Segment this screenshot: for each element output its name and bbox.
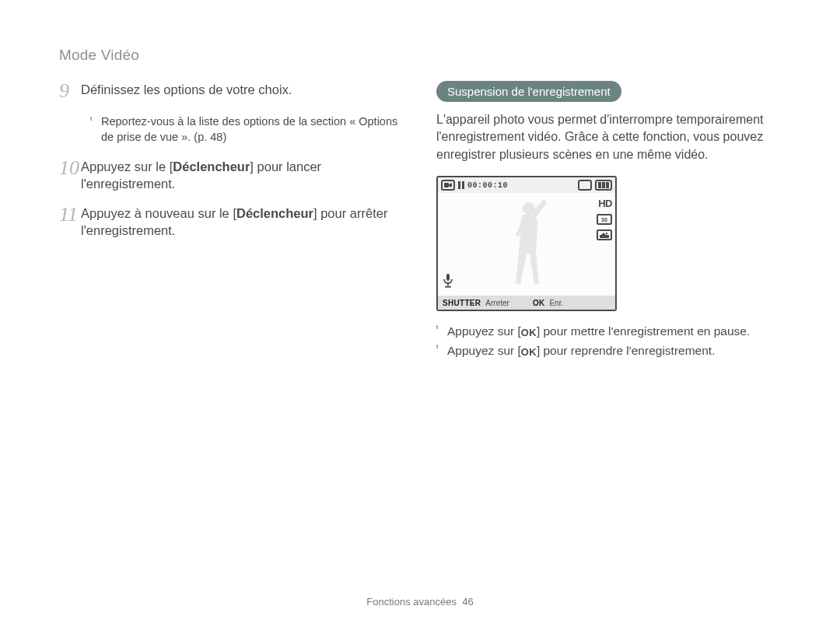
storage-icon bbox=[578, 180, 592, 191]
svg-rect-0 bbox=[444, 183, 449, 187]
page-footer: Fonctions avancées 46 bbox=[0, 596, 840, 608]
bullet-text: ] pour reprendre l'enregistrement. bbox=[537, 344, 716, 357]
sub-bullet: Reportez-vous à la liste des options de … bbox=[90, 114, 404, 145]
step-9: 9 Définissez les options de votre choix. bbox=[59, 81, 404, 101]
step-text: Appuyez à nouveau sur le [Déclencheur] p… bbox=[81, 205, 404, 240]
right-bullets: Appuyez sur [OK] pour mettre l'enregistr… bbox=[436, 322, 781, 360]
lcd-preview: 00:00:10 HD 30 bbox=[436, 176, 617, 311]
ok-label: OK bbox=[533, 299, 545, 307]
lcd-top-bar: 00:00:10 bbox=[438, 177, 615, 193]
page-number: 46 bbox=[462, 596, 473, 608]
svg-rect-1 bbox=[458, 181, 460, 189]
right-column: Suspension de l'enregistrement L'apparei… bbox=[436, 81, 781, 362]
step-number: 9 bbox=[59, 81, 81, 101]
ok-inline-icon: OK bbox=[521, 327, 537, 338]
bullet-text: Appuyez sur [ bbox=[447, 324, 521, 338]
section-pill: Suspension de l'enregistrement bbox=[436, 81, 621, 102]
svg-rect-2 bbox=[462, 181, 464, 189]
step-text-part: Appuyez à nouveau sur le [ bbox=[81, 206, 236, 220]
ok-text: Enr. bbox=[550, 299, 564, 307]
svg-rect-8 bbox=[446, 274, 450, 281]
scene-icon bbox=[597, 229, 612, 240]
content-columns: 9 Définissez les options de votre choix.… bbox=[59, 81, 781, 362]
step-text-bold: Déclencheur bbox=[236, 206, 313, 220]
lcd-right-icons: HD 30 bbox=[597, 198, 612, 240]
battery-icon bbox=[595, 180, 612, 191]
bullet-item: Appuyez sur [OK] pour mettre l'enregistr… bbox=[436, 322, 781, 340]
footer-section: Fonctions avancées bbox=[366, 596, 457, 608]
step-number: 10 bbox=[59, 158, 81, 178]
hd-badge: HD bbox=[598, 198, 612, 209]
bullet-item: Appuyez sur [OK] pour reprendre l'enregi… bbox=[436, 342, 781, 359]
step-text: Définissez les options de votre choix. bbox=[81, 81, 292, 98]
bullet-text: Appuyez sur [ bbox=[447, 344, 521, 357]
svg-rect-3 bbox=[598, 182, 601, 188]
microphone-icon bbox=[443, 274, 453, 291]
pause-icon bbox=[458, 181, 464, 189]
svg-rect-10 bbox=[445, 286, 451, 288]
step-10: 10 Appuyez sur le [Déclencheur] pour lan… bbox=[59, 158, 404, 193]
left-column: 9 Définissez les options de votre choix.… bbox=[59, 81, 404, 362]
ok-inline-icon: OK bbox=[521, 346, 537, 358]
svg-rect-6 bbox=[600, 235, 609, 238]
step-9-sub: Reportez-vous à la liste des options de … bbox=[90, 114, 404, 145]
svg-rect-4 bbox=[602, 182, 605, 188]
lcd-body: HD 30 bbox=[438, 193, 615, 296]
section-paragraph: L'appareil photo vous permet d'interromp… bbox=[436, 111, 781, 163]
shutter-text: Arreter bbox=[485, 299, 509, 307]
svg-rect-9 bbox=[447, 283, 449, 286]
step-text-bold: Déclencheur bbox=[173, 159, 250, 173]
step-text-part: Définissez les options de votre choix. bbox=[81, 82, 292, 96]
person-silhouette-icon bbox=[503, 198, 550, 291]
svg-rect-5 bbox=[606, 182, 609, 188]
step-text: Appuyez sur le [Déclencheur] pour lancer… bbox=[81, 158, 404, 193]
lcd-bottom-bar: SHUTTER Arreter OK Enr. bbox=[438, 296, 615, 310]
bullet-text: ] pour mettre l'enregistrement en pause. bbox=[537, 324, 750, 338]
svg-point-7 bbox=[606, 233, 607, 234]
page-title: Mode Vidéo bbox=[59, 47, 781, 64]
lcd-time: 00:00:10 bbox=[467, 181, 508, 190]
step-number: 11 bbox=[59, 205, 81, 225]
shutter-label: SHUTTER bbox=[443, 299, 481, 307]
step-text-part: Appuyez sur le [ bbox=[81, 159, 173, 173]
videocam-icon bbox=[441, 180, 455, 191]
step-11: 11 Appuyez à nouveau sur le [Déclencheur… bbox=[59, 205, 404, 240]
fps-badge: 30 bbox=[597, 214, 612, 225]
